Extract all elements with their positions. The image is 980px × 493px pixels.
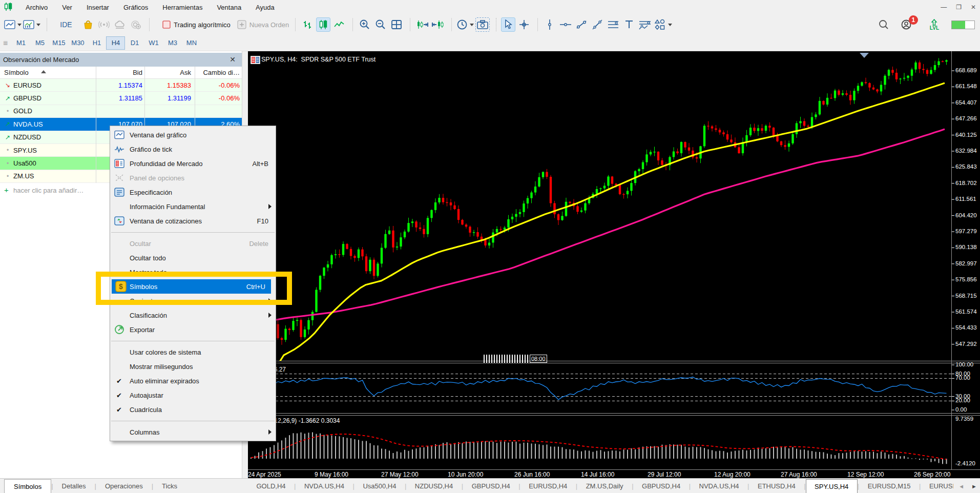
- menu-archivo[interactable]: Archivo: [18, 4, 55, 11]
- chart-tab-2-usa500-h4[interactable]: Usa500,H4: [355, 479, 405, 493]
- trendline-tool[interactable]: [574, 17, 589, 32]
- context-menu-item-cuadr-cula[interactable]: ✔Cuadrícula: [110, 402, 276, 417]
- objects-button[interactable]: [654, 17, 672, 32]
- window-minimize-button[interactable]: —: [941, 4, 947, 11]
- market-watch-row-eurusd[interactable]: ↘EURUSD1.153741.15383-0.06%: [0, 79, 242, 92]
- chart-tab-10-spy-us-h4[interactable]: SPY.US,H4: [806, 479, 858, 493]
- timeframe-m3[interactable]: M3: [163, 39, 182, 47]
- market-watch-row-gold[interactable]: •GOLD: [0, 105, 242, 118]
- chart-tab-9-ethusd-h4[interactable]: ETHUSD,H4: [749, 479, 804, 493]
- timeframe-m15[interactable]: M15: [49, 39, 68, 47]
- period-caret[interactable]: [470, 24, 474, 26]
- indicators-button[interactable]: [638, 17, 652, 32]
- chart-tab-6-zm-us-daily[interactable]: ZM.US,Daily: [577, 479, 632, 493]
- market-watch-close-icon[interactable]: ✕: [228, 55, 237, 64]
- context-menu-item-mostrar-milisegundos[interactable]: Mostrar milisegundos: [110, 359, 276, 374]
- menu-insertar[interactable]: Insertar: [79, 4, 116, 11]
- terminal-tab-operaciones[interactable]: Operaciones: [96, 479, 152, 493]
- objects-caret[interactable]: [668, 24, 672, 26]
- market-store-button[interactable]: [81, 17, 95, 32]
- chart-tab-4-gbpusd-h4[interactable]: GBPUSD,H4: [463, 479, 518, 493]
- context-menu-item-autoajustar[interactable]: ✔Autoajustar: [110, 388, 276, 402]
- chart-type-caret[interactable]: [17, 24, 22, 26]
- ide-button[interactable]: IDE: [59, 17, 73, 32]
- user-notifications-button[interactable]: 1: [900, 17, 914, 32]
- vertical-line-tool[interactable]: [543, 17, 557, 32]
- zoom-out-button[interactable]: [373, 17, 388, 32]
- chart-profile-caret[interactable]: [36, 24, 40, 26]
- timeframe-w1[interactable]: W1: [144, 39, 163, 47]
- community-button[interactable]: [129, 17, 143, 32]
- market-watch-row-gbpusd[interactable]: ↗GBPUSD1.311851.31199-0.06%: [0, 92, 242, 105]
- context-menu-item-ocultar-todo[interactable]: Ocultar todo: [110, 251, 276, 265]
- menu-ayuda[interactable]: Ayuda: [248, 4, 282, 11]
- window-close-button[interactable]: ✕: [971, 4, 976, 11]
- chart-tab-3-nzdusd-h4[interactable]: NZDUSD,H4: [406, 479, 461, 493]
- chart-canvas[interactable]: [248, 51, 980, 478]
- toolbar-drag-handle[interactable]: ▦: [3, 40, 8, 46]
- menu-herramientas[interactable]: Herramientas: [155, 4, 210, 11]
- context-menu-item-ventana-del-gr-fico[interactable]: Ventana del gráfico: [110, 128, 276, 142]
- tabs-scroll-right-icon[interactable]: ►: [971, 483, 977, 489]
- timeframe-d1[interactable]: D1: [125, 39, 144, 47]
- context-menu-item-ventana-de-cotizaciones[interactable]: Ventana de cotizacionesF10: [110, 214, 276, 228]
- timeframe-m5[interactable]: M5: [30, 39, 49, 47]
- cloud-button[interactable]: [113, 17, 127, 32]
- zoom-in-button[interactable]: [358, 17, 372, 32]
- cursor-tool-button[interactable]: [501, 17, 515, 32]
- chart-tab-11-eurusd-m15[interactable]: EURUSD,M15: [859, 479, 919, 493]
- terminal-tab-detalles[interactable]: Detalles: [53, 479, 95, 493]
- menu-graficos[interactable]: Gráficos: [116, 4, 155, 11]
- menu-ventana[interactable]: Ventana: [210, 4, 248, 11]
- terminal-tab-ticks[interactable]: Ticks: [153, 479, 186, 493]
- screenshot-button[interactable]: [475, 17, 490, 32]
- terminal-tab-símbolos[interactable]: Símbolos: [4, 479, 51, 493]
- context-menu-item-exportar[interactable]: Exportar: [110, 322, 276, 337]
- chart-tab-5-eurusd-h4[interactable]: EURUSD,H4: [520, 479, 576, 493]
- context-menu-item-informaci-n-fundamental[interactable]: Información Fundamental: [110, 199, 276, 214]
- chart-tab-0-gold-h4[interactable]: GOLD,H4: [248, 479, 294, 493]
- market-watch-header[interactable]: Símbolo Bid Ask Cambio di…: [0, 67, 242, 79]
- chart-window[interactable]: SPY.US, H4: SPDR S&P 500 ETF Trust 668.6…: [248, 51, 980, 478]
- window-restore-button[interactable]: ❐: [956, 4, 962, 11]
- context-menu-item-auto-eliminar-expirados[interactable]: ✔Auto eliminar expirados: [110, 374, 276, 388]
- chart-event-marker-icon[interactable]: [860, 53, 869, 58]
- context-menu-item-profundidad-de-mercado[interactable]: Profundidad de MercadoAlt+B: [110, 156, 276, 171]
- tile-windows-button[interactable]: [389, 17, 404, 32]
- context-menu-item-columnas[interactable]: Columnas: [110, 425, 276, 439]
- fibonacci-tool[interactable]: [606, 17, 620, 32]
- line-mode-button[interactable]: [332, 17, 346, 32]
- signals-button[interactable]: [97, 17, 111, 32]
- timeframe-h1[interactable]: H1: [87, 39, 106, 47]
- chart-shift-button[interactable]: [431, 17, 445, 32]
- period-button[interactable]: [456, 17, 474, 32]
- chart-type-button[interactable]: [4, 17, 22, 32]
- menu-ver[interactable]: Ver: [55, 4, 79, 11]
- candle-mode-button[interactable]: [316, 17, 330, 32]
- auto-scroll-button[interactable]: [415, 17, 429, 32]
- timeframe-mn[interactable]: MN: [182, 39, 201, 47]
- bar-chart-mode-button[interactable]: [300, 17, 315, 32]
- chart-tab-8-nvda-us-h4[interactable]: NVDA.US,H4: [691, 479, 747, 493]
- search-icon[interactable]: [877, 17, 891, 32]
- chart-tab-7-gbpusd-h4[interactable]: GBPUSD,H4: [634, 479, 689, 493]
- context-menu-item-gr-fico-de-tick[interactable]: Gráfico de tick: [110, 142, 276, 156]
- chart-tab-1-nvda-us-h4[interactable]: NVDA.US,H4: [296, 479, 352, 493]
- context-menu-item-usar-colores-de-sistema[interactable]: Usar colores de sistema: [110, 345, 276, 359]
- context-menu-item-especificaci-n[interactable]: Especificación: [110, 185, 276, 199]
- crosshair-tool-button[interactable]: [517, 17, 531, 32]
- timeframe-m1[interactable]: M1: [11, 39, 30, 47]
- horizontal-line-tool[interactable]: [558, 17, 573, 32]
- new-order-button[interactable]: Nueva Orden: [237, 17, 289, 32]
- algo-trading-button[interactable]: Trading algorítmico: [162, 17, 231, 32]
- level-indicator[interactable]: LVL: [930, 19, 939, 31]
- timeframe-h4[interactable]: H4: [106, 36, 125, 50]
- channel-tool[interactable]: [590, 17, 604, 32]
- timeframe-m30[interactable]: M30: [68, 39, 87, 47]
- context-menu-item-ocultar[interactable]: OcultarDelete: [110, 236, 276, 251]
- chart-profile-button[interactable]: [23, 17, 40, 32]
- context-menu-item-panel-de-opciones[interactable]: Panel de opciones: [110, 171, 276, 185]
- text-tool[interactable]: [622, 17, 636, 32]
- tabs-scroll-left-icon[interactable]: ◄: [958, 483, 964, 489]
- context-menu-item-clasificaci-n[interactable]: Clasificación: [110, 308, 276, 322]
